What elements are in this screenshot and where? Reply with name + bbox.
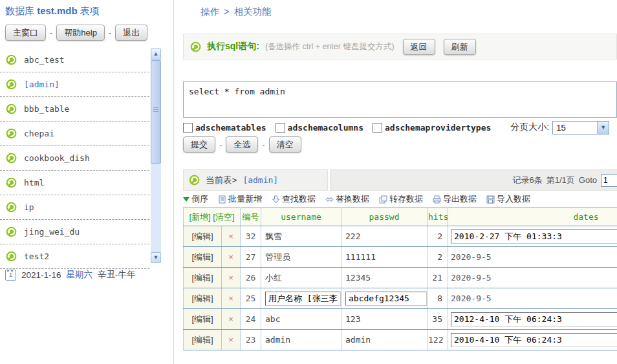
export-data-action[interactable]: 导出数据 [433, 193, 477, 205]
help-button[interactable]: 帮助help [56, 25, 105, 41]
goto-page-input[interactable] [601, 174, 617, 187]
main-window-button[interactable]: 主窗口 [5, 25, 46, 41]
cell-dates: 2020-9-5 [448, 268, 617, 288]
adschematables-checkbox[interactable] [183, 123, 193, 133]
import-data-action[interactable]: 导入数据 [486, 193, 530, 205]
button-separator: - [262, 140, 265, 149]
scroll-down-icon[interactable]: ▼ [151, 252, 161, 263]
adschemacolumns-checkbox[interactable] [276, 123, 285, 133]
current-table-name[interactable]: [admin] [243, 175, 278, 185]
sidebar-item-chepai[interactable]: chepai [0, 122, 149, 146]
breadcrumb-separator: > [224, 6, 229, 17]
date-input[interactable] [451, 333, 617, 347]
sort-desc-action[interactable]: 倒序 [183, 193, 208, 205]
sidebar-item-test2[interactable]: test2 [0, 244, 149, 269]
table-row: [编辑] × 27 管理员 111111 2 2020-9-5 [184, 247, 617, 268]
passwd-input[interactable] [345, 292, 427, 306]
dump-data-action[interactable]: 转存数据 [379, 193, 423, 205]
page-size-select[interactable]: 15 ▼ [552, 121, 609, 134]
cell-id: 32 [241, 226, 261, 247]
db-label: 数据库 [5, 5, 34, 16]
toolbar-label: 倒序 [191, 193, 208, 205]
sidebar-item-admin[interactable]: [admin] [0, 72, 149, 97]
edit-link[interactable]: [编辑] [184, 268, 222, 288]
edit-link[interactable]: [编辑] [184, 330, 222, 350]
db-suffix: 表项 [80, 5, 100, 16]
sidebar-buttons: 主窗口-帮助help-退出 [5, 25, 147, 41]
replace-data-action[interactable]: 替换数据 [325, 193, 369, 205]
toolbar-label: 查找数据 [282, 193, 316, 205]
clear-button[interactable]: 清空 [269, 136, 301, 153]
date-input[interactable] [451, 312, 617, 327]
scrollbar-thumb[interactable] [151, 60, 161, 164]
adschemacolumns-label: adschemacolumns [288, 123, 363, 133]
sidebar-item-jing_wei_du[interactable]: jing_wei_du [0, 220, 149, 244]
cell-dates: 2020-9-5 [448, 247, 617, 268]
table-icon [6, 202, 17, 213]
cell-dates [448, 226, 617, 247]
sql-section-icon [190, 41, 201, 52]
cell-username: abc [261, 309, 341, 330]
exit-button[interactable]: 退出 [115, 25, 147, 41]
add-record-link[interactable]: [新增] [189, 212, 210, 222]
batch-add-action[interactable]: 批量新增 [218, 193, 262, 205]
sql-action-buttons: 提交-全选-清空 [183, 136, 301, 153]
current-table-icon [189, 175, 200, 186]
sql-input[interactable]: select * from admin [183, 81, 617, 118]
dump-icon [379, 195, 387, 204]
schema-options-row: adschematables adschemacolumns adschemap… [183, 120, 609, 134]
delete-icon[interactable]: × [222, 309, 241, 330]
clear-records-link[interactable]: [清空] [213, 212, 234, 222]
back-button[interactable]: 返回 [403, 39, 435, 55]
find-data-action[interactable]: 查找数据 [272, 193, 316, 205]
submit-button[interactable]: 提交 [183, 136, 215, 153]
app-window: { "colors": { "link_blue": "#3b6fc0", "h… [0, 0, 617, 364]
table-name: ip [24, 202, 34, 212]
delete-icon[interactable]: × [222, 226, 241, 247]
edit-link[interactable]: [编辑] [184, 288, 222, 309]
date-input[interactable] [451, 230, 617, 244]
cell-dates: 2020-9-5 [448, 288, 617, 309]
cell-dates [448, 309, 617, 330]
edit-link[interactable]: [编辑] [184, 226, 222, 247]
table-name: test2 [24, 252, 49, 261]
edit-link[interactable]: [编辑] [184, 247, 222, 268]
find-icon [272, 195, 280, 204]
button-separator: - [50, 28, 52, 37]
username-input[interactable] [265, 292, 341, 306]
cell-hits: 122 [428, 330, 448, 350]
delete-icon[interactable]: × [222, 247, 241, 268]
sidebar-item-ip[interactable]: ip [0, 195, 149, 220]
sql-hint: (备选操作 ctrl + enter 键盘提交方式) [265, 41, 395, 52]
select-all-button[interactable]: 全选 [226, 136, 258, 153]
page-info: 第1/1页 [547, 175, 575, 186]
cell-id: 23 [241, 330, 261, 350]
scroll-up-icon[interactable]: ▲ [151, 48, 161, 59]
sidebar-item-cookbook_dish[interactable]: cookbook_dish [0, 146, 149, 171]
table-icon [6, 177, 17, 188]
cell-username: 飘雪 [261, 226, 341, 247]
sidebar-item-html[interactable]: html [0, 171, 149, 195]
table-icon [6, 103, 17, 114]
column-header-dates: dates [448, 208, 617, 226]
record-count: 记录6条 [513, 175, 543, 186]
delete-icon[interactable]: × [222, 288, 241, 309]
sidebar-item-abc_test[interactable]: abc_test [0, 48, 149, 72]
breadcrumb-functions[interactable]: 相关功能 [233, 6, 271, 17]
delete-icon[interactable]: × [222, 268, 241, 288]
sidebar-item-bbb_table[interactable]: bbb_table [0, 97, 149, 122]
current-table-bar: 当前表> [admin] 记录6条 第1/1页 Goto [174, 169, 617, 191]
delete-icon[interactable]: × [222, 330, 241, 350]
calendar-icon [5, 270, 16, 281]
current-table-label: 当前表> [206, 175, 237, 186]
batch-add-icon [218, 195, 226, 204]
adschemaprovidertypes-checkbox[interactable] [373, 123, 382, 133]
refresh-button[interactable]: 刷新 [444, 39, 476, 55]
sort-desc-icon [183, 197, 189, 202]
thumb-grip [153, 107, 158, 108]
breadcrumb-operate[interactable]: 操作 [200, 6, 219, 17]
table-name: jing_wei_du [24, 227, 80, 237]
table-name: abc_test [24, 55, 65, 65]
sidebar-scrollbar[interactable]: ▲ ▼ [151, 48, 161, 263]
edit-link[interactable]: [编辑] [184, 309, 222, 330]
